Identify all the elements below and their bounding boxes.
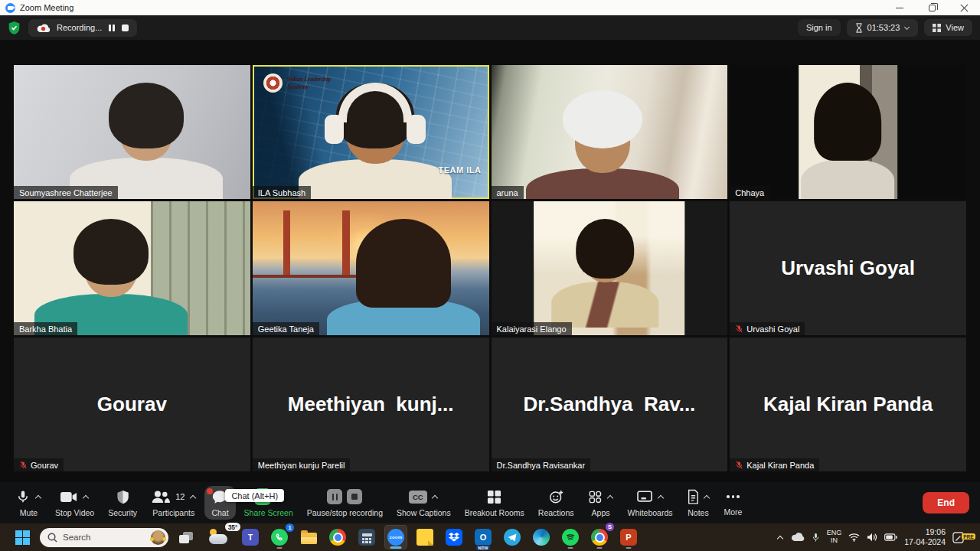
participant-name-label: Barkha Bhatia <box>14 322 77 335</box>
notes-button[interactable]: Notes <box>680 482 717 523</box>
search-input[interactable]: Search <box>40 528 168 547</box>
whiteboards-button[interactable]: Whiteboards <box>621 482 680 523</box>
participant-name-label: Geetika Taneja <box>253 322 319 335</box>
telegram-app-icon[interactable] <box>501 525 524 549</box>
spotify-app-icon[interactable] <box>559 525 582 549</box>
recording-indicator: Recording... <box>28 19 137 37</box>
video-grid: Soumyashree ChatterjeeIndian Leadership … <box>14 40 966 471</box>
video-tile-5[interactable]: Barkha Bhatia <box>14 201 250 335</box>
chat-tooltip: Chat (Alt+H) <box>225 489 284 502</box>
video-tile-12[interactable]: Kajal Kiran PandaKajal Kiran Panda <box>730 337 966 471</box>
language-indicator[interactable]: ENGIN <box>827 530 842 545</box>
video-tile-4[interactable]: Chhaya <box>730 65 966 199</box>
reactions-button[interactable]: Reactions <box>531 482 581 523</box>
notes-icon <box>687 489 699 504</box>
apps-button[interactable]: Apps <box>581 482 621 523</box>
headphones-icon <box>338 83 412 122</box>
view-button[interactable]: View <box>924 19 972 36</box>
video-tile-6[interactable]: Geetika Taneja <box>253 201 489 335</box>
folder-icon <box>301 533 317 544</box>
apps-caret[interactable] <box>607 494 614 500</box>
pause-recording-toolbar-icon[interactable] <box>327 489 342 504</box>
powerpoint-app-icon[interactable]: P <box>617 525 640 549</box>
copilot-preview-badge: PRE <box>962 533 975 540</box>
grid-view-icon <box>933 24 941 32</box>
task-view-button[interactable] <box>175 525 198 549</box>
muted-mic-icon <box>19 461 28 469</box>
show-captions-button[interactable]: CC Show Captions <box>390 482 458 523</box>
participants-count: 12 <box>175 492 185 501</box>
participant-silhouette <box>31 219 191 335</box>
pause-stop-recording-button[interactable]: Pause/stop recording <box>300 482 390 523</box>
zoom-app-window: Zoom Meeting Recording... Sign in 01:53:… <box>0 0 980 551</box>
speaker-icon[interactable] <box>867 533 877 542</box>
meeting-header-bar: Recording... Sign in 01:53:23 View <box>0 15 980 40</box>
chrome-app-icon[interactable] <box>326 525 349 549</box>
edge-app-icon[interactable] <box>530 525 553 549</box>
video-tile-11[interactable]: Dr.Sandhya Rav...Dr.Sandhya Ravisankar <box>492 337 728 471</box>
ila-logo: Indian Leadership Academy <box>263 73 335 93</box>
wifi-icon[interactable] <box>848 533 860 542</box>
security-button[interactable]: Security <box>101 482 144 523</box>
stop-video-button[interactable]: Stop Video <box>48 482 101 523</box>
participants-caret[interactable] <box>189 494 196 500</box>
weather-widget[interactable]: 35° <box>204 525 233 549</box>
chat-button[interactable]: Chat (Alt+H) Chat <box>204 486 235 520</box>
clock-datetime[interactable]: 19:06 17-04-2024 <box>904 527 946 546</box>
video-tile-3[interactable]: aruna <box>492 65 728 199</box>
notes-caret[interactable] <box>704 494 710 500</box>
stop-video-caret[interactable] <box>82 494 89 500</box>
breakout-rooms-button[interactable]: Breakout Rooms <box>458 482 531 523</box>
dropbox-app-icon[interactable] <box>443 525 466 549</box>
end-meeting-button[interactable]: End <box>923 492 969 514</box>
start-button[interactable] <box>11 525 34 549</box>
video-tile-10[interactable]: Meethiyan kunj...Meethiyan kunju Parelil <box>253 337 489 471</box>
sign-in-button[interactable]: Sign in <box>798 19 841 36</box>
video-tile-9[interactable]: GouravGourav <box>14 337 250 471</box>
close-button[interactable] <box>948 0 980 15</box>
whiteboard-icon <box>636 490 653 504</box>
tray-microphone-icon[interactable] <box>812 532 820 543</box>
zoom-taskbar-icon[interactable]: zoom <box>384 525 407 549</box>
more-button[interactable]: More <box>717 482 750 523</box>
outlook-app-icon[interactable]: O NEW <box>472 525 495 549</box>
hidden-icons-chevron[interactable] <box>777 534 784 541</box>
sticky-notes-app-icon[interactable] <box>413 525 436 549</box>
mute-button[interactable]: Mute <box>9 482 48 523</box>
chrome-profile-badge: S <box>606 523 614 531</box>
file-explorer-icon[interactable] <box>297 525 320 549</box>
cloud-recording-icon <box>37 23 50 33</box>
whatsapp-app-icon[interactable]: 1 <box>268 525 291 549</box>
video-tile-8[interactable]: Urvashi GoyalUrvashi Goyal <box>730 201 966 335</box>
stop-recording-toolbar-icon[interactable] <box>347 489 362 504</box>
video-tile-2[interactable]: Indian Leadership AcademyTEAM ILAILA Sub… <box>253 65 489 199</box>
maximize-button[interactable] <box>916 0 948 15</box>
calculator-app-icon[interactable] <box>355 525 378 549</box>
whiteboards-caret[interactable] <box>658 494 665 500</box>
participants-button[interactable]: 12 Participants <box>144 482 203 523</box>
captions-caret[interactable] <box>432 494 439 500</box>
chrome-profile-app-icon[interactable]: S <box>588 525 611 549</box>
pause-recording-icon[interactable] <box>109 24 115 31</box>
participant-big-name: Meethiyan kunj... <box>253 337 489 471</box>
video-tile-1[interactable]: Soumyashree Chatterjee <box>14 65 250 199</box>
search-highlight-image <box>151 530 165 545</box>
battery-icon[interactable] <box>884 533 897 541</box>
teams-app-icon[interactable]: T <box>239 525 262 549</box>
team-ila-watermark: TEAM ILA <box>439 165 482 174</box>
search-icon <box>47 533 57 543</box>
video-tile-7[interactable]: Kalaiyarasi Elango <box>492 201 728 335</box>
mute-caret[interactable] <box>34 494 41 500</box>
minimize-button[interactable] <box>884 0 916 15</box>
captions-icon: CC <box>409 491 427 504</box>
spotify-waves-glyph <box>565 533 576 542</box>
windows-logo-icon <box>15 530 30 545</box>
participants-icon <box>151 490 170 504</box>
meeting-timer[interactable]: 01:53:23 <box>847 19 919 37</box>
onedrive-icon[interactable] <box>791 533 805 542</box>
video-strip <box>799 65 898 199</box>
stop-recording-icon[interactable] <box>122 24 129 31</box>
weather-icon <box>209 530 227 544</box>
encryption-shield-icon[interactable] <box>8 21 21 35</box>
participant-name-label: Urvashi Goyal <box>730 322 805 335</box>
